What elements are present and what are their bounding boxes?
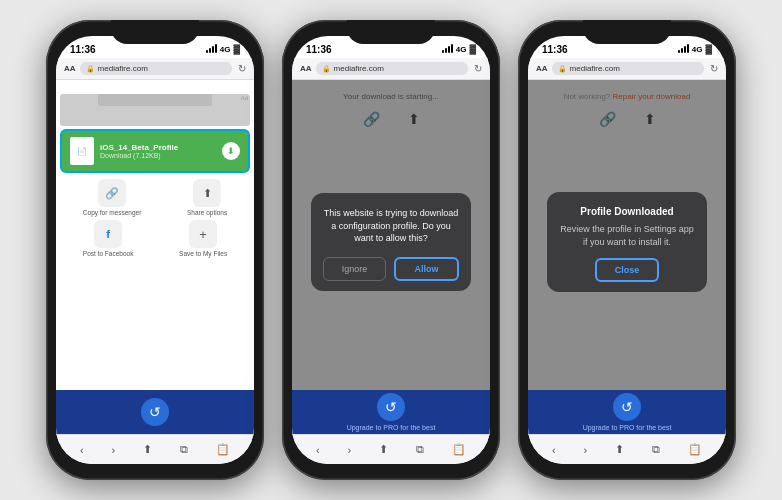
status-icons-2: 4G ▓ [442,44,476,54]
url-text-1: mediafire.com [98,64,148,73]
action-share[interactable]: ⬆ Share options [187,179,227,216]
lock-icon-2: 🔒 [322,65,331,73]
profile-dialog: Profile Downloaded Review the profile in… [547,192,707,292]
share-label: Share options [187,209,227,216]
browser-bar-1: AA 🔒 mediafire.com ↻ [56,58,254,80]
time-2: 11:36 [306,44,332,55]
screen-2: 11:36 4G ▓ AA 🔒 mediafire.com ↻ [292,36,490,464]
time-3: 11:36 [542,44,568,55]
file-name-1: iOS_14_Beta_Profile [100,143,216,152]
pages-btn-3[interactable]: ⧉ [652,443,660,456]
phone-2: 11:36 4G ▓ AA 🔒 mediafire.com ↻ [282,20,500,480]
signal-bars-3 [678,45,689,53]
share-btn-3[interactable]: ⬆ [615,443,624,456]
status-icons-1: 4G ▓ [206,44,240,54]
content-3: Not working? Repair your download 🔗 ⬆ Pr… [528,80,726,434]
bottom-bar-1: ‹ › ⬆ ⧉ 📋 [56,434,254,464]
bottom-bar-2: ‹ › ⬆ ⧉ 📋 [292,434,490,464]
profile-downloaded-text: Review the profile in Settings app if yo… [559,223,695,248]
signal-label-2: 4G [456,45,467,54]
action-copy[interactable]: 🔗 Copy for messenger [83,179,142,216]
time-1: 11:36 [70,44,96,55]
dialog-buttons-2: Ignore Allow [323,257,459,281]
share-btn-1[interactable]: ⬆ [143,443,152,456]
share-icon: ⬆ [193,179,221,207]
signal-bars-1 [206,45,217,53]
screen-1: 11:36 4G ▓ AA 🔒 mediafire.com ↻ [56,36,254,464]
dialog-overlay-3: Profile Downloaded Review the profile in… [528,80,726,404]
blue-logo-3: ↺ [613,393,641,421]
profile-downloaded-title: Profile Downloaded [559,206,695,217]
notch-1 [111,20,199,44]
save-label: Save to My Files [179,250,227,257]
browser-bar-2: AA 🔒 mediafire.com ↻ [292,58,490,80]
signal-label-3: 4G [692,45,703,54]
dialog-text-2: This website is trying to download a con… [323,207,459,245]
notch-3 [583,20,671,44]
facebook-icon: f [94,220,122,248]
lock-icon-3: 🔒 [558,65,567,73]
file-icon-1: 📄 [70,137,94,165]
back-btn-2[interactable]: ‹ [316,444,320,456]
browser-bar-3: AA 🔒 mediafire.com ↻ [528,58,726,80]
close-button[interactable]: Close [595,258,660,282]
fwd-btn-1[interactable]: › [112,444,116,456]
content-2: Your download is starting... 🔗 ⬆ This we… [292,80,490,434]
pages-btn-1[interactable]: ⧉ [180,443,188,456]
file-size-1: Download (7.12KB) [100,152,216,159]
ignore-button[interactable]: Ignore [323,257,386,281]
share-btn-2[interactable]: ⬆ [379,443,388,456]
url-bar-1[interactable]: 🔒 mediafire.com [80,62,232,75]
back-btn-1[interactable]: ‹ [80,444,84,456]
dialog-overlay-2: This website is trying to download a con… [292,80,490,404]
action-facebook[interactable]: f Post to Facebook [83,220,134,257]
phone-1: 11:36 4G ▓ AA 🔒 mediafire.com ↻ [46,20,264,480]
action-row-1: 🔗 Copy for messenger ⬆ Share options [60,179,250,216]
notch-2 [347,20,435,44]
url-bar-3[interactable]: 🔒 mediafire.com [552,62,704,75]
signal-label-1: 4G [220,45,231,54]
config-dialog: This website is trying to download a con… [311,193,471,291]
copy-icon: 🔗 [98,179,126,207]
allow-button[interactable]: Allow [394,257,459,281]
content-1: Ad 📄 iOS_14_Beta_Profile Download (7.12K… [56,80,254,434]
aa-label-2: AA [300,64,312,73]
lock-icon-1: 🔒 [86,65,95,73]
ad-banner-1: Ad [60,94,250,126]
pages-btn-2[interactable]: ⧉ [416,443,424,456]
save-icon: + [189,220,217,248]
url-text-3: mediafire.com [570,64,620,73]
download-btn-1[interactable]: ⬇ [222,142,240,160]
fwd-btn-3[interactable]: › [584,444,588,456]
action-row-2: f Post to Facebook + Save to My Files [60,220,250,257]
aa-label-1: AA [64,64,76,73]
aa-label-3: AA [536,64,548,73]
reload-btn-2[interactable]: ↻ [474,63,482,74]
file-info-1: iOS_14_Beta_Profile Download (7.12KB) [100,143,216,159]
back-btn-3[interactable]: ‹ [552,444,556,456]
blue-banner-2: ↺ Upgrade to PRO for the best [292,390,490,434]
phone-3: 11:36 4G ▓ AA 🔒 mediafire.com ↻ [518,20,736,480]
signal-bars-2 [442,45,453,53]
tabs-btn-2[interactable]: 📋 [452,443,466,456]
reload-btn-1[interactable]: ↻ [238,63,246,74]
screen-3: 11:36 4G ▓ AA 🔒 mediafire.com ↻ [528,36,726,464]
status-icons-3: 4G ▓ [678,44,712,54]
battery-3: ▓ [705,44,712,54]
action-save[interactable]: + Save to My Files [179,220,227,257]
copy-label: Copy for messenger [83,209,142,216]
reload-btn-3[interactable]: ↻ [710,63,718,74]
blue-banner-1: ↺ [56,390,254,434]
tabs-btn-1[interactable]: 📋 [216,443,230,456]
url-bar-2[interactable]: 🔒 mediafire.com [316,62,468,75]
battery-1: ▓ [233,44,240,54]
p1-content: Ad 📄 iOS_14_Beta_Profile Download (7.12K… [56,80,254,265]
fwd-btn-2[interactable]: › [348,444,352,456]
battery-2: ▓ [469,44,476,54]
ad-label-1: Ad [241,95,248,101]
bottom-bar-3: ‹ › ⬆ ⧉ 📋 [528,434,726,464]
blue-logo-2: ↺ [377,393,405,421]
download-card-1[interactable]: 📄 iOS_14_Beta_Profile Download (7.12KB) … [60,129,250,173]
tabs-btn-3[interactable]: 📋 [688,443,702,456]
blue-logo-1: ↺ [141,398,169,426]
